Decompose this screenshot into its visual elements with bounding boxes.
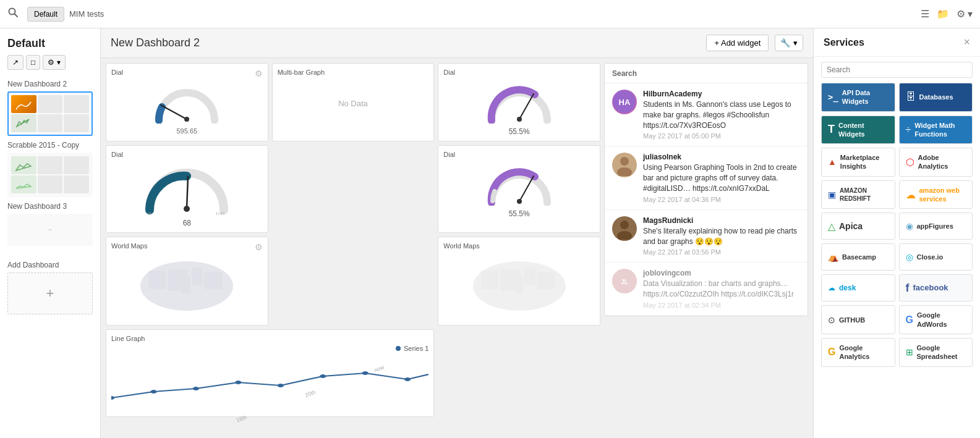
left-sidebar: Default ↗ □ ⚙ ▾ New Dashboard 2 (0, 28, 101, 438)
widget-dial-1-gear[interactable]: ⚙ (255, 69, 263, 78)
right-sidebar-title: Services (824, 37, 864, 48)
svg-rect-26 (204, 272, 223, 289)
service-tile-redshift[interactable]: ▣ AMAZON REDSHIFT (821, 180, 895, 209)
feed-time-1: May 22 2017 at 05:00 PM (643, 132, 800, 140)
service-tile-gsheet[interactable]: ⊞ Google Spreadsheet (899, 338, 973, 367)
svg-point-35 (193, 387, 199, 390)
dashboard-thumb-3[interactable]: ~ (7, 214, 93, 246)
service-tile-api-data[interactable]: >_ API Data Widgets (821, 83, 895, 112)
svg-rect-24 (192, 267, 203, 285)
service-tile-marketplace[interactable]: ▲ Marketplace Insights (821, 148, 895, 177)
feed-text-3: She's literally explaining how to read p… (643, 226, 800, 247)
tab-default[interactable]: Default (27, 7, 64, 22)
sidebar-settings-btn[interactable]: ⚙ ▾ (43, 55, 65, 70)
service-tile-appfigures[interactable]: ◉ appFigures (899, 213, 973, 240)
service-label-redshift: AMAZON REDSHIFT (840, 187, 888, 203)
service-tile-content[interactable]: T Content Widgets (821, 116, 895, 145)
list-icon[interactable]: ☰ (921, 8, 929, 20)
svg-text:0%: 0% (490, 123, 498, 124)
widget-dial-1: Dial ⚙ 0 10,000 (106, 63, 268, 141)
widget-worldmap-1-gear[interactable]: ⚙ (255, 242, 263, 252)
svg-line-17 (519, 176, 534, 201)
content-header: New Dashboard 2 + Add widget 🔧 ▾ (101, 28, 813, 58)
svg-marker-3 (16, 164, 31, 171)
db-icon: 🗄 (906, 91, 916, 103)
feed-username-3: MagsRudnicki (643, 216, 800, 225)
svg-rect-22 (148, 271, 166, 289)
api-icon: >_ (828, 92, 838, 102)
desk-icon: ☁ (828, 284, 835, 292)
legend-dot (396, 346, 401, 351)
feed-avatar-4: JL (612, 269, 637, 293)
service-tile-ganalytics[interactable]: G Google Analytics (821, 338, 895, 367)
widget-multibar-title: Multi-bar Graph (278, 69, 429, 76)
service-tile-math[interactable]: ÷ Widget Math Functions (899, 116, 973, 145)
service-label-github: github (839, 316, 865, 324)
settings-gear-icon[interactable]: ⚙ ▾ (957, 8, 973, 20)
feed-item-1: HA HilburnAcademy Students in Ms. Gannon… (605, 83, 807, 146)
math-icon: ÷ (906, 124, 911, 135)
widget-dial-3-value: 68 (111, 219, 263, 227)
service-label-ganalytics: Google Analytics (839, 343, 888, 361)
sidebar-dashboard-section: New Dashboard 2 (0, 76, 100, 255)
service-tile-closeio[interactable]: ◎ Close.io (899, 243, 973, 271)
dashboard-settings-btn[interactable]: 🔧 ▾ (775, 35, 803, 51)
service-tile-apica[interactable]: △ Apica (821, 213, 895, 240)
right-sidebar-close-btn[interactable]: × (963, 36, 970, 49)
widget-linegraph-title: Line Graph (111, 335, 428, 342)
service-label-api: API Data Widgets (842, 88, 888, 106)
add-widget-btn[interactable]: + Add widget (706, 35, 769, 51)
service-tile-adobe[interactable]: ⬡ Adobe Analytics (899, 148, 973, 177)
service-tile-facebook[interactable]: f facebook (899, 274, 973, 301)
widget-worldmap-2: World Maps (438, 237, 600, 326)
feed-content-3: MagsRudnicki She's literally explaining … (643, 216, 800, 256)
empty-cell-2 (272, 237, 435, 326)
feed-text-1: Students in Ms. Gannon's class use Legos… (643, 99, 800, 130)
service-grid: >_ API Data Widgets 🗄 Databases T Conten… (814, 83, 980, 374)
service-tile-databases[interactable]: 🗄 Databases (899, 83, 973, 112)
service-label-facebook: facebook (913, 283, 948, 293)
content-icon: T (828, 123, 835, 136)
feed-username-4: joblovingcom (643, 269, 800, 277)
dashboard-thumb-2[interactable] (7, 153, 93, 197)
content-title: New Dashboard 2 (111, 36, 200, 49)
feed-content-2: juliasolnek Using Pearson Graphing Tools… (643, 153, 800, 203)
svg-rect-32 (537, 272, 555, 289)
dashboard-label-1: New Dashboard 2 (7, 80, 93, 88)
svg-text:HA: HA (619, 98, 631, 107)
expand-btn[interactable]: ↗ (7, 55, 23, 70)
search-icon[interactable] (7, 7, 22, 22)
svg-text:10,000: 10,000 (197, 123, 215, 124)
widget-linegraph: Line Graph Series 1 (106, 329, 434, 417)
service-tile-aws[interactable]: ☁ amazon web services (899, 180, 973, 209)
folder-icon[interactable]: 📁 (937, 8, 949, 20)
svg-line-9 (519, 94, 534, 119)
add-dashboard-btn[interactable]: + (7, 272, 93, 314)
svg-point-38 (320, 374, 326, 378)
feed-time-3: May 22 2017 at 03:56 PM (643, 248, 800, 256)
svg-point-37 (278, 384, 284, 387)
svg-text:JL: JL (621, 279, 628, 285)
new-dashboard-btn[interactable]: □ (26, 55, 40, 70)
feed-username-2: juliasolnek (643, 153, 800, 161)
basecamp-icon: ⛺ (828, 252, 838, 262)
widget-dial-4-value: 55.5% (443, 209, 595, 218)
right-sidebar-header: Services × (814, 28, 980, 57)
dashboard-thumb-1[interactable] (7, 91, 93, 136)
right-search-input[interactable] (821, 62, 973, 78)
service-tile-desk[interactable]: ☁ desk (821, 274, 895, 301)
social-feed-column: Search HA HilburnAcademy Students in (604, 63, 808, 433)
right-sidebar: Services × >_ API Data Widgets 🗄 Databas… (813, 28, 980, 438)
widget-dial-2-title: Dial (443, 69, 595, 76)
widget-dial-3-title: Dial (111, 151, 263, 158)
feed-item-3: MagsRudnicki She's literally explaining … (605, 210, 807, 263)
service-tile-github[interactable]: ⊙ github (821, 305, 895, 334)
legend-label: Series 1 (404, 345, 428, 352)
svg-rect-28 (481, 271, 498, 289)
svg-rect-31 (514, 277, 523, 294)
widget-dial-1-value: 595.65 (111, 127, 263, 135)
service-label-content: Content Widgets (838, 121, 888, 139)
linegraph-legend: Series 1 (111, 345, 428, 355)
service-tile-adwords[interactable]: G Google AdWords (899, 305, 973, 334)
service-tile-basecamp[interactable]: ⛺ Basecamp (821, 243, 895, 271)
